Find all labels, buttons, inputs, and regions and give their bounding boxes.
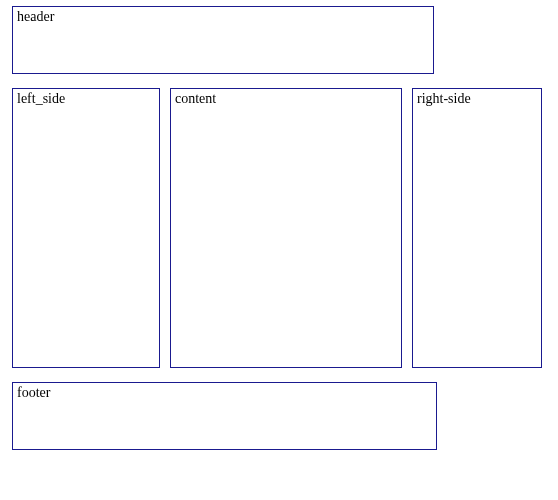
footer-label: footer — [17, 385, 50, 400]
left-side-region: left_side — [12, 88, 160, 368]
footer-region: footer — [12, 382, 437, 450]
right-side-region: right-side — [412, 88, 542, 368]
content-region: content — [170, 88, 402, 368]
header-label: header — [17, 9, 54, 24]
content-label: content — [175, 91, 216, 106]
header-region: header — [12, 6, 434, 74]
right-side-label: right-side — [417, 91, 471, 106]
left-side-label: left_side — [17, 91, 65, 106]
middle-row: left_side content right-side — [12, 88, 552, 368]
